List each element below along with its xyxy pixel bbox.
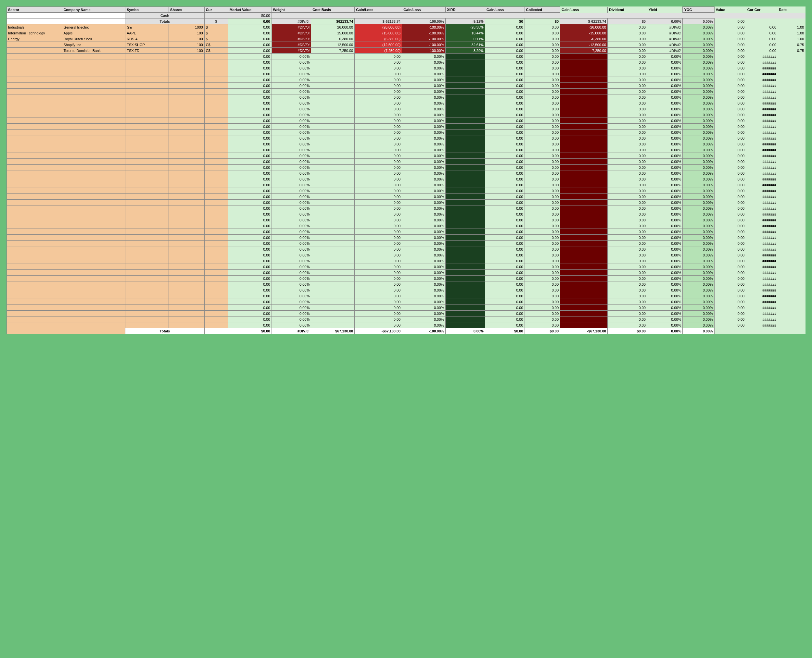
cell[interactable]: Information Technology bbox=[7, 30, 62, 36]
cell[interactable] bbox=[62, 212, 126, 217]
cell[interactable]: 0.00 bbox=[355, 293, 402, 299]
cell[interactable] bbox=[777, 94, 805, 100]
cell[interactable]: 0.00 bbox=[228, 270, 272, 276]
cell[interactable]: 0.00 bbox=[355, 182, 402, 188]
cell[interactable]: 0.00 bbox=[355, 147, 402, 153]
cell[interactable]: 0.00 bbox=[525, 229, 560, 235]
cell[interactable] bbox=[311, 305, 355, 311]
cell[interactable]: 0.00 bbox=[525, 71, 560, 77]
cell[interactable] bbox=[7, 71, 62, 77]
cell[interactable]: 0.00 bbox=[608, 270, 647, 276]
cell[interactable]: 0.00% bbox=[683, 235, 714, 241]
cell[interactable] bbox=[126, 135, 169, 141]
cell[interactable]: 0.00% bbox=[683, 311, 714, 316]
cell[interactable] bbox=[446, 246, 485, 252]
cell[interactable]: 0.00 bbox=[525, 205, 560, 212]
cell[interactable]: 0.00% bbox=[647, 171, 683, 176]
cell[interactable]: Totals bbox=[126, 328, 204, 334]
cell[interactable]: 0.00% bbox=[647, 112, 683, 118]
cell[interactable]: 0.00 bbox=[714, 164, 746, 171]
cell[interactable]: 0.00% bbox=[647, 19, 683, 24]
cell[interactable]: 0.00 bbox=[355, 205, 402, 212]
cell[interactable]: ####### bbox=[746, 182, 777, 188]
cell[interactable] bbox=[7, 293, 62, 299]
cell[interactable] bbox=[777, 311, 805, 316]
cell[interactable]: 0.00 bbox=[746, 30, 777, 36]
cell[interactable]: 0.00 bbox=[608, 322, 647, 328]
cell[interactable]: 0.00 bbox=[355, 276, 402, 282]
cell[interactable]: 0.00 bbox=[608, 241, 647, 246]
cell[interactable] bbox=[204, 159, 228, 164]
cell[interactable] bbox=[126, 188, 169, 194]
cell[interactable]: 0.00 bbox=[228, 141, 272, 147]
cell[interactable]: 0.00 bbox=[608, 118, 647, 124]
cell[interactable]: 0.00 bbox=[608, 94, 647, 100]
cell[interactable]: 0.00 bbox=[608, 147, 647, 153]
cell[interactable]: 0.00 bbox=[355, 164, 402, 171]
cell[interactable]: 0.00 bbox=[485, 118, 525, 124]
cell[interactable]: 0.00% bbox=[402, 246, 446, 252]
cell[interactable]: 0.00 bbox=[525, 164, 560, 171]
cell[interactable] bbox=[446, 94, 485, 100]
cell[interactable] bbox=[126, 164, 169, 171]
cell[interactable] bbox=[7, 299, 62, 305]
cell[interactable]: 0.00 bbox=[714, 36, 746, 42]
cell[interactable]: 0.00% bbox=[683, 287, 714, 293]
cell[interactable]: 0.00% bbox=[647, 264, 683, 270]
cell[interactable] bbox=[126, 282, 169, 287]
cell[interactable]: 0.00 bbox=[608, 200, 647, 205]
cell[interactable]: 0.00 bbox=[228, 246, 272, 252]
cell[interactable] bbox=[311, 293, 355, 299]
cell[interactable]: 0.00 bbox=[228, 322, 272, 328]
cell[interactable]: 0.00 bbox=[355, 124, 402, 130]
cell[interactable]: 0.00% bbox=[402, 293, 446, 299]
cell[interactable]: 0.00 bbox=[714, 77, 746, 83]
cell[interactable]: #DIV/0! bbox=[647, 36, 683, 42]
cell[interactable]: $0 bbox=[525, 19, 560, 24]
cell[interactable]: ####### bbox=[746, 299, 777, 305]
cell[interactable] bbox=[169, 282, 205, 287]
cell[interactable]: -$67,130.00 bbox=[355, 328, 402, 334]
cell[interactable]: 32.61% bbox=[446, 42, 485, 48]
cell[interactable]: #DIV/0! bbox=[647, 42, 683, 48]
cell[interactable] bbox=[777, 106, 805, 112]
cell[interactable]: 0.00 bbox=[525, 252, 560, 258]
cell[interactable] bbox=[7, 217, 62, 223]
cell[interactable] bbox=[560, 13, 608, 19]
cell[interactable] bbox=[169, 112, 205, 118]
cell[interactable] bbox=[746, 13, 777, 19]
cell[interactable]: 0.00 bbox=[525, 118, 560, 124]
cell[interactable]: ####### bbox=[746, 106, 777, 112]
cell[interactable] bbox=[62, 305, 126, 311]
cell[interactable]: 0.00 bbox=[714, 182, 746, 188]
cell[interactable] bbox=[126, 106, 169, 112]
cell[interactable]: 0.00% bbox=[272, 65, 311, 71]
cell[interactable] bbox=[169, 276, 205, 282]
cell[interactable]: 0.00 bbox=[608, 42, 647, 48]
cell[interactable]: #DIV/0! bbox=[647, 24, 683, 30]
cell[interactable] bbox=[446, 194, 485, 200]
cell[interactable]: $ bbox=[204, 30, 228, 36]
cell[interactable]: 0.00 bbox=[355, 100, 402, 106]
cell[interactable]: 0.75 bbox=[777, 48, 805, 53]
cell[interactable]: -12,500.00 bbox=[560, 42, 608, 48]
cell[interactable]: 0.00 bbox=[485, 130, 525, 135]
cell[interactable]: 0.00% bbox=[647, 246, 683, 252]
cell[interactable]: #DIV/0! bbox=[272, 24, 311, 30]
cell[interactable]: 0.00% bbox=[272, 200, 311, 205]
cell[interactable]: 0.00% bbox=[647, 100, 683, 106]
cell[interactable]: 0.00 bbox=[485, 24, 525, 30]
cell[interactable] bbox=[446, 258, 485, 264]
cell[interactable] bbox=[311, 153, 355, 159]
cell[interactable]: 0.00% bbox=[402, 135, 446, 141]
cell[interactable] bbox=[446, 293, 485, 299]
cell[interactable] bbox=[311, 71, 355, 77]
cell[interactable]: 0.00 bbox=[560, 106, 608, 112]
cell[interactable]: 0.00 bbox=[525, 42, 560, 48]
cell[interactable]: 0.00 bbox=[355, 223, 402, 229]
cell[interactable] bbox=[62, 246, 126, 252]
cell[interactable] bbox=[204, 118, 228, 124]
cell[interactable]: $67,130.00 bbox=[311, 328, 355, 334]
cell[interactable]: 0.00 bbox=[560, 212, 608, 217]
cell[interactable] bbox=[777, 305, 805, 311]
